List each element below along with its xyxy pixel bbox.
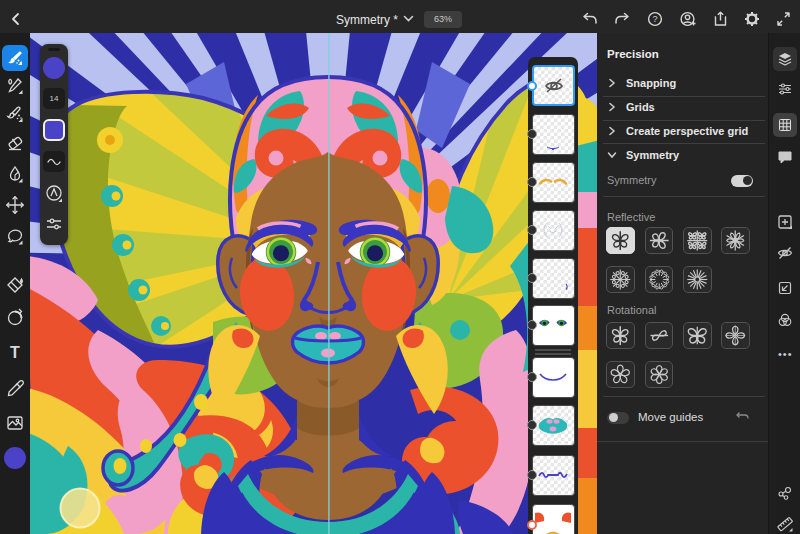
svg-text:?: ?: [652, 14, 657, 24]
